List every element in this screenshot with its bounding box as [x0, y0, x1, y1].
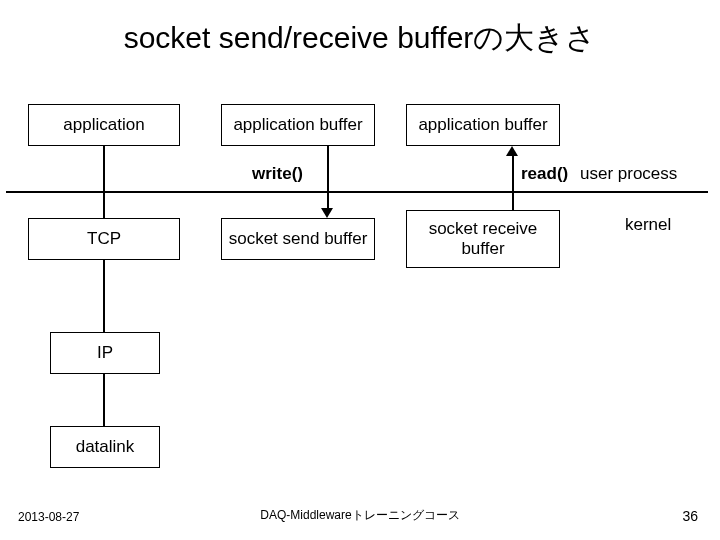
box-app-buffer-send: application buffer: [221, 104, 375, 146]
box-send-buffer: socket send buffer: [221, 218, 375, 260]
arrow-read-line: [512, 155, 514, 218]
label-write: write(): [252, 164, 303, 184]
box-recv-buffer: socket receive buffer: [406, 210, 560, 268]
footer-page-number: 36: [682, 508, 698, 524]
page-title: socket send/receive bufferの大きさ: [0, 18, 720, 59]
label-user-process: user process: [580, 164, 677, 184]
arrow-write-line: [327, 146, 329, 210]
footer-center: DAQ-Middlewareトレーニングコース: [0, 507, 720, 524]
label-kernel: kernel: [625, 215, 671, 235]
box-datalink: datalink: [50, 426, 160, 468]
box-app-buffer-recv: application buffer: [406, 104, 560, 146]
box-ip: IP: [50, 332, 160, 374]
conn-ip-datalink: [103, 374, 105, 426]
label-read: read(): [521, 164, 568, 184]
box-tcp: TCP: [28, 218, 180, 260]
conn-app-tcp: [103, 146, 105, 218]
arrow-read-head: [506, 146, 518, 156]
conn-tcp-ip: [103, 260, 105, 332]
box-application: application: [28, 104, 180, 146]
arrow-write-head: [321, 208, 333, 218]
divider-line: [6, 191, 708, 193]
